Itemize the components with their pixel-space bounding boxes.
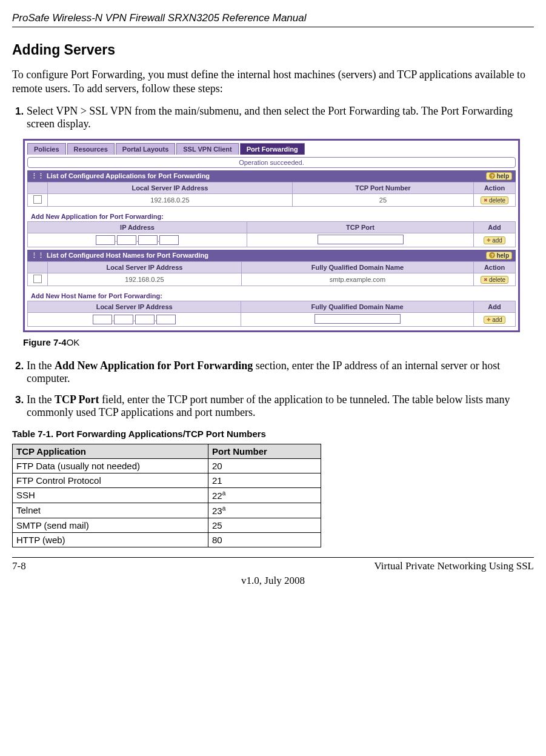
col-tcp-port: TCP Port [247,221,474,233]
cell-app: SMTP (send mail) [13,518,208,532]
tab-portal-layouts[interactable]: Portal Layouts [116,143,175,155]
ip-octet-1[interactable] [96,235,115,245]
ip-octet-2[interactable] [114,315,133,324]
step-1-text: Select VPN > SSL VPN from the main/subme… [27,105,513,130]
step-2-text: In the Add New Application for Port Forw… [27,360,500,384]
table-title: Table 7-1. Port Forwarding Applications/… [12,429,534,439]
add-button[interactable]: add [484,316,505,324]
configured-apps-table: Local Server IP Address TCP Port Number … [27,182,516,207]
ip-octet-3[interactable] [135,315,155,324]
cell-app: FTP Data (usually not needed) [13,458,208,473]
cell-port: 20 [208,458,321,473]
intro-paragraph: To configure Port Forwarding, you must d… [12,68,534,96]
figure-caption: Figure 7-4OK [23,337,534,347]
ip-octet-4[interactable] [159,235,179,245]
col-fqdn: Fully Qualified Domain Name [241,301,474,312]
delete-button[interactable]: delete [481,276,508,284]
panel-configured-apps: ⋮⋮ List of Configured Applications for P… [27,170,516,182]
col-ip-address: IP Address [28,221,247,233]
th-port: Port Number [208,444,321,458]
tab-resources[interactable]: Resources [67,143,115,155]
ip-octet-1[interactable] [93,315,112,324]
tab-policies[interactable]: Policies [27,143,66,155]
panel-add-host: Add New Host Name for Port Forwarding: [27,289,516,301]
add-host-table: Local Server IP Address Fully Qualified … [27,301,516,327]
tab-port-forwarding[interactable]: Port Forwarding [240,143,305,155]
cell-app: HTTP (web) [13,532,208,547]
col-action: Action [474,182,516,193]
figcap-suffix: OK [67,337,80,347]
col-local-ip: Local Server IP Address [48,261,242,273]
cell-app: FTP Control Protocol [13,473,208,487]
figcap-label: Figure 7-4 [23,337,67,347]
doc-title: ProSafe Wireless-N VPN Firewall SRXN3205… [12,12,534,27]
ip-input-cell: ... [28,233,247,247]
cell-port: 21 [208,473,321,487]
cell-port: 80 [208,532,321,547]
cell-port: 23a [208,503,321,518]
grip-icon: ⋮⋮ [31,252,44,259]
col-local-ip: Local Server IP Address [48,182,293,193]
configured-hosts-table: Local Server IP Address Fully Qualified … [27,261,516,286]
row-checkbox-cell [28,273,48,286]
tab-ssl-vpn-client[interactable]: SSL VPN Client [176,143,238,155]
grip-icon: ⋮⋮ [31,172,44,180]
ip-octet-4[interactable] [156,315,176,324]
footer-left: 7-8 [12,560,26,572]
table-row: SMTP (send mail)25 [13,518,321,532]
col-add: Add [474,221,516,233]
add-app-table: IP Address TCP Port Add ... add [27,221,516,247]
panel-title: List of Configured Host Names for Port F… [44,252,486,259]
port-forwarding-screenshot: Policies Resources Portal Layouts SSL VP… [23,139,520,332]
operation-status: Operation succeeded. [27,157,516,168]
col-checkbox [28,261,48,273]
cell-app: Telnet [13,503,208,518]
footer-center: v1.0, July 2008 [12,575,534,587]
step-3: In the TCP Port field, enter the TCP por… [27,393,534,419]
row-checkbox-cell [28,193,48,206]
tcp-port-input[interactable] [318,235,404,244]
step-3-text: In the TCP Port field, enter the TCP por… [27,393,510,418]
table-row: FTP Control Protocol21 [13,473,321,487]
fqdn-input-cell [241,312,474,326]
delete-button[interactable]: delete [481,196,508,204]
footer-right: Virtual Private Networking Using SSL [375,560,534,572]
row-ip: 192.168.0.25 [48,193,293,206]
panel-add-app: Add New Application for Port Forwarding: [27,209,516,221]
table-row: ... add [28,233,516,247]
col-tcp-port: TCP Port Number [292,182,473,193]
table-row: 192.168.0.25 25 delete [28,193,516,206]
row-action: delete [474,193,516,206]
ip-octet-3[interactable] [138,235,158,245]
row-port: 25 [292,193,473,206]
row-checkbox[interactable] [33,275,42,283]
table-row: Telnet23a [13,503,321,518]
section-heading: Adding Servers [12,42,534,58]
help-button[interactable]: help [486,252,512,259]
col-local-ip: Local Server IP Address [28,301,241,312]
add-cell: add [474,233,516,247]
col-fqdn: Fully Qualified Domain Name [241,261,473,273]
panel-configured-hosts: ⋮⋮ List of Configured Host Names for Por… [27,250,516,261]
row-checkbox[interactable] [33,195,42,204]
add-cell: add [474,312,516,326]
table-row: 192.168.0.25 smtp.example.com delete [28,273,516,286]
add-button[interactable]: add [484,236,505,244]
panel-title: List of Configured Applications for Port… [44,172,486,179]
row-ip: 192.168.0.25 [48,273,242,286]
table-row: HTTP (web)80 [13,532,321,547]
ip-octet-2[interactable] [117,235,136,245]
help-button[interactable]: help [486,172,512,180]
table-row: SSH22a [13,487,321,503]
th-app: TCP Application [13,444,208,458]
cell-port: 22a [208,487,321,503]
col-add: Add [474,301,516,312]
col-action: Action [474,261,516,273]
port-input-cell [247,233,474,247]
ip-input-cell: ... [28,312,241,326]
row-action: delete [474,273,516,286]
row-fqdn: smtp.example.com [241,273,473,286]
table-row: ... add [28,312,516,326]
fqdn-input[interactable] [315,314,401,324]
table-row: FTP Data (usually not needed)20 [13,458,321,473]
